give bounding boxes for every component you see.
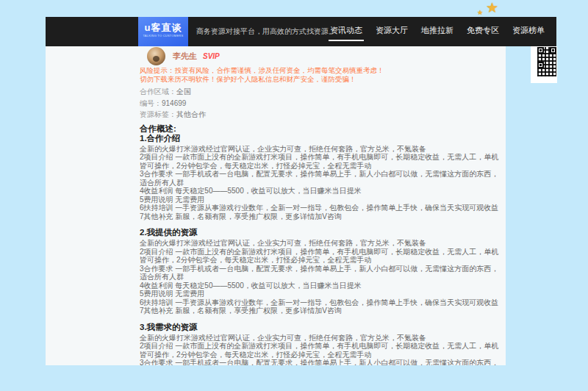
risk-warning-line1: 风险提示：投资有风险，合作需谨慎，涉及任何资金，均需每笔交易慎重考虑！ [140,66,506,75]
top-navbar: u客直谈 TALKING TO CUSTOMERS 商务资源对接平台，用高效的方… [46,17,556,46]
section-line: 6扶持培训 一手资源从事游戏行业数年，全新一对一指导，包教包会，操作简单上手快，… [140,204,506,212]
qr-finder-icon [550,47,556,54]
nav-item-news[interactable]: 资讯动态 [329,22,364,41]
section-heading: 1.合作介绍 [140,134,506,143]
listing-detail-card: 李先生 SVIP 风险提示：投资有风险，合作需谨慎，涉及任何资金，均需每笔交易慎… [46,46,506,365]
qr-code [537,47,556,76]
section-line: 7其他补充 新服，名额有限，享受推广权限，更多详情加V咨询 [140,306,506,315]
publisher-row: 李先生 SVIP [140,46,506,65]
section-line: 2项目介绍 一款市面上没有的全新游戏打米项目，操作简单，有手机电脑即可，长期稳定… [140,248,506,265]
section-line: 5费用说明 无需费用 [140,196,506,204]
section-needed: 3.我需求的资源 全新的火爆打米游戏经过官网认证，企业实力可查，拒绝任何套路，官… [140,323,506,366]
section-line: 2项目介绍 一款市面上没有的全新游戏打米项目，操作简单，有手机电脑即可，长期稳定… [140,342,506,359]
section-provided: 2.我提供的资源 全新的火爆打米游戏经过官网认证，企业实力可查，拒绝任何套路，官… [140,228,506,315]
site-tagline: 商务资源对接平台，用高效的方式找资源。 [196,17,336,46]
overview-heading: 合作概述: [140,124,506,134]
meta-id-label: 编号： [140,99,162,107]
section-line: 3合作要求 一部手机或者一台电脑，配置无要求，操作简单易上手，新人小白都可以做，… [140,170,506,187]
listing-meta: 合作区域：全国 编号：914699 资源标签：其他合作 [140,86,506,121]
section-line: 4收益利润 每天稳定50——5500，收益可以放大，当日赚米当日提米 [140,187,506,196]
star-icon: ★ [477,9,483,16]
meta-id: 编号：914699 [140,98,506,110]
meta-region-value: 全国 [176,87,191,96]
site-logo[interactable]: u客直谈 TALKING TO CUSTOMERS [138,17,188,46]
avatar [147,47,165,65]
section-line: 3合作要求 一部手机或者一台电脑，配置无要求，操作简单易上手，新人小白都可以做，… [140,265,506,281]
nav-item-resource-ranking[interactable]: 资源榜单 [511,22,546,41]
logo-subtitle: TALKING TO CUSTOMERS [143,34,184,37]
listing-content: 李先生 SVIP 风险提示：投资有风险，合作需谨慎，涉及任何资金，均需每笔交易慎… [140,46,506,365]
qr-finder-icon [537,47,544,54]
section-line: 全新的火爆打米游戏经过官网认证，企业实力可查，拒绝任何套路，官方兑米，不氪装备 [140,334,506,342]
star-icon: ★ [486,0,498,16]
meta-tag: 资源标签：其他合作 [140,109,506,121]
publisher-name: 李先生 [173,51,197,62]
logo-title: u客直谈 [145,23,182,33]
nav-item-free-zone[interactable]: 免费专区 [465,22,501,41]
section-intro: 1.合作介绍 全新的火爆打米游戏经过官网认证，企业实力可查，拒绝任何套路，官方兑… [140,134,506,221]
section-line: 7其他补充 新服，名额有限，享受推广权限，更多详情加V咨询 [140,212,506,221]
section-line: 5费用说明 无需费用 [140,290,506,298]
meta-tag-label: 资源标签： [140,110,176,118]
nav-item-resource-hall[interactable]: 资源大厅 [374,22,409,41]
meta-id-value: 914699 [162,99,186,107]
qr-widget [531,46,557,83]
meta-region-label: 合作区域： [140,87,176,96]
nav-menu: 资讯动态 资源大厅 地推拉新 免费专区 资源榜单 [318,17,546,46]
meta-tag-value: 其他合作 [176,110,206,118]
section-line: 全新的火爆打米游戏经过官网认证，企业实力可查，拒绝任何套路，官方兑米，不氪装备 [140,145,506,154]
qr-finder-icon [537,62,544,68]
nav-item-promotion[interactable]: 地推拉新 [420,22,455,41]
section-line: 6扶持培训 一手资源从事游戏行业数年，全新一对一指导，包教包会，操作简单上手快，… [140,298,506,307]
meta-region: 合作区域：全国 [140,86,506,98]
risk-warning: 风险提示：投资有风险，合作需谨慎，涉及任何资金，均需每笔交易慎重考虑！ 切勿下载… [140,66,506,83]
section-line: 2项目介绍 一款市面上没有的全新游戏打米项目，操作简单，有手机电脑即可，长期稳定… [140,153,506,170]
svip-badge: SVIP [203,52,220,60]
section-heading: 3.我需求的资源 [140,323,506,332]
section-line: 全新的火爆打米游戏经过官网认证，企业实力可查，拒绝任何套路，官方兑米，不氪装备 [140,239,506,248]
section-line: 3合作要求 一部手机或者一台电脑，配置无要求，操作简单易上手，新人小白都可以做，… [140,359,506,365]
risk-warning-line2: 切勿下载来历不明软件！保护好个人隐私信息和财产安全，谨防受骗！ [140,75,506,84]
section-heading: 2.我提供的资源 [140,228,506,237]
section-line: 4收益利润 每天稳定50——5500，收益可以放大，当日赚米当日提米 [140,281,506,290]
